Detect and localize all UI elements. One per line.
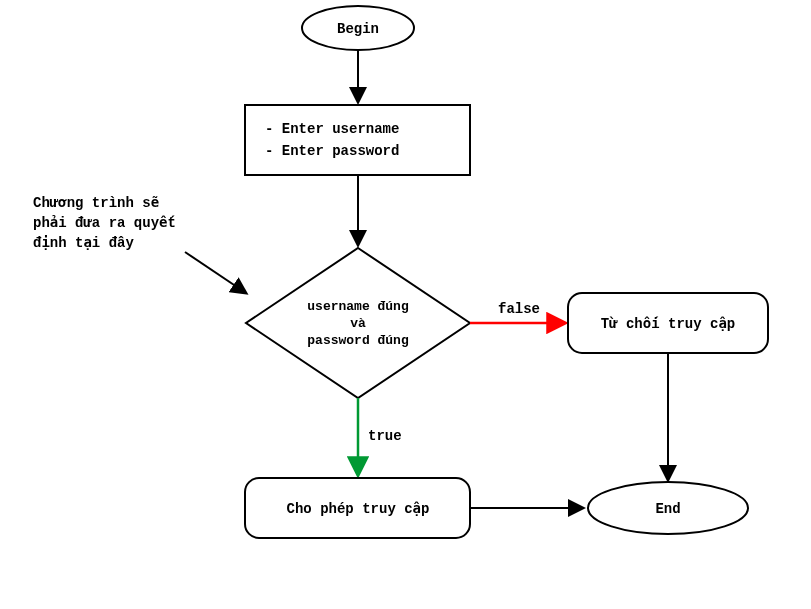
false-label: false (498, 301, 540, 317)
input-node (245, 105, 470, 175)
annotation-arrow (185, 252, 246, 293)
flowchart-diagram: Begin - Enter username - Enter password … (0, 0, 811, 609)
allow-label: Cho phép truy cập (287, 501, 430, 517)
input-line1: - Enter username (265, 121, 399, 137)
decision-line2: và (350, 316, 366, 331)
annotation-line3: định tại đây (33, 235, 134, 251)
deny-label: Từ chối truy cập (601, 316, 736, 332)
begin-label: Begin (337, 21, 379, 37)
annotation-line2: phải đưa ra quyết (33, 215, 176, 231)
decision-line3: password đúng (307, 333, 409, 348)
input-line2: - Enter password (265, 143, 399, 159)
true-label: true (368, 428, 402, 444)
annotation-line1: Chương trình sẽ (33, 195, 159, 211)
decision-line1: username đúng (307, 299, 409, 314)
end-label: End (655, 501, 680, 517)
